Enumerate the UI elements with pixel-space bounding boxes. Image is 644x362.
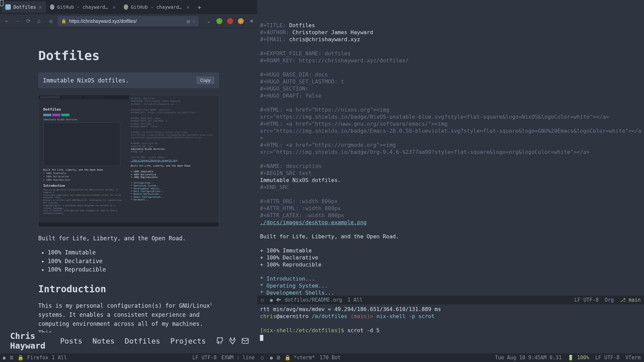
reader-icon[interactable]: ▤ xyxy=(187,18,190,24)
right-modeline: ○ ● 🗎 🔒 *vterm* 170 Bot Tue Aug 10 9:45A… xyxy=(257,353,644,362)
circle-icon: ● xyxy=(3,355,6,361)
editor-modeline: ○ ● 🡰 dotfiles/README.org 1 All LF UTF-8… xyxy=(257,296,644,304)
feature-item: 100% Reproducible xyxy=(48,265,219,274)
subtitle: Built for Life, Liberty, and the Open Ro… xyxy=(38,235,219,242)
page-title: Dotfiles xyxy=(38,48,219,63)
github-icon xyxy=(124,4,128,10)
circle-icon: ○ ● xyxy=(261,297,273,303)
buffer-name: Firefox xyxy=(27,355,48,361)
back-button[interactable]: ← xyxy=(3,17,11,25)
close-icon[interactable]: × xyxy=(39,4,42,10)
url-bar: ← → ⟳ ⌂ ◎ 🔒 https://chrishayward.xyz/dot… xyxy=(0,14,257,28)
tab-title: Dotfiles xyxy=(13,4,36,10)
intro-text: This is my personal configuration(s) for… xyxy=(38,301,219,338)
buffer-name: *vterm* xyxy=(293,355,315,361)
lock-icon: 🔒 xyxy=(284,355,291,361)
home-button[interactable]: ⌂ xyxy=(35,17,43,25)
code-text: Immutable NixOS dotfiles. xyxy=(43,77,196,84)
features-list: 100% Immutable 100% Declarative 100% Rep… xyxy=(38,248,219,274)
term-prompt: chris@acernitro /e/dotfiles (main)> nix-… xyxy=(260,313,641,320)
close-icon[interactable]: × xyxy=(112,4,116,10)
file-icon: 🗎 xyxy=(276,355,281,361)
tab-github-1[interactable]: GitHub - chayward1/dotf × xyxy=(46,1,120,13)
editor-buffer[interactable]: #+TITLE: Dotfiles#+AUTHOR: Christopher J… xyxy=(257,0,644,296)
term-prompt: [nix-shell:/etc/dotfiles]$ scrot -d 5 xyxy=(260,327,641,334)
extension-cookie-icon[interactable] xyxy=(238,18,244,24)
close-icon[interactable]: × xyxy=(186,4,190,10)
intro-heading: Introduction xyxy=(38,284,219,295)
site-nav: Chris Hayward Posts Notes Dotfiles Proje… xyxy=(0,333,257,349)
page-content: Dotfiles Immutable NixOS dotfiles. Copy … xyxy=(0,28,257,353)
extension-green-icon[interactable] xyxy=(216,18,222,24)
gitlab-icon[interactable] xyxy=(229,337,236,345)
github-icon xyxy=(50,4,54,10)
term-blank xyxy=(260,320,641,327)
left-arrow-icon: 🡰 xyxy=(276,297,281,303)
browser-tabs: Dotfiles × GitHub - chayward1/dotf × Git… xyxy=(0,0,257,14)
hero-screenshot: Dotfiles Immutable NixOS dotfiles. Built… xyxy=(38,95,219,227)
nav-dotfiles[interactable]: Dotfiles xyxy=(125,337,160,345)
position: 1 All xyxy=(52,355,67,361)
encoding: LF UTF-8 xyxy=(575,297,599,303)
encoding: LF UTF-8 xyxy=(595,355,620,361)
pocket-icon[interactable]: ⌄ xyxy=(206,18,212,24)
file-icon: 🗎 xyxy=(9,355,14,361)
position: 1 All xyxy=(347,297,363,303)
nav-posts[interactable]: Posts xyxy=(60,337,82,345)
forward-button[interactable]: → xyxy=(13,17,21,25)
tab-title: GitHub - chayward1/dotf xyxy=(57,4,110,10)
mode: EXWM : line xyxy=(221,355,255,361)
left-modeline: ● 🗎 🔒 Firefox 1 All LF UTF-8 EXWM : line xyxy=(0,353,257,362)
encoding: LF UTF-8 xyxy=(193,355,217,361)
nav-notes[interactable]: Notes xyxy=(93,337,115,345)
reload-button[interactable]: ⟳ xyxy=(24,17,32,25)
footnote-ref[interactable]: 1 xyxy=(210,302,212,306)
terminal[interactable]: rtt min/avg/max/mdev = 49.294/186.651/36… xyxy=(257,304,644,353)
tab-github-2[interactable]: GitHub - chayward1/dotf × xyxy=(120,1,194,13)
lock-icon: 🔒 xyxy=(61,18,66,23)
mode: Org xyxy=(605,297,614,303)
copy-button[interactable]: Copy xyxy=(196,76,214,84)
brand[interactable]: Chris Hayward xyxy=(10,331,45,351)
lock-icon: 🔒 xyxy=(17,355,24,361)
github-icon[interactable] xyxy=(216,337,223,345)
code-block: Immutable NixOS dotfiles. Copy xyxy=(38,72,219,88)
shield-icon[interactable]: ◎ xyxy=(47,17,55,25)
mode: VTerm xyxy=(626,355,641,361)
url-text: https://chrishayward.xyz/dotfiles/ xyxy=(69,18,184,24)
tab-dotfiles[interactable]: Dotfiles × xyxy=(1,1,46,13)
battery-icon: 🔋 100% xyxy=(568,355,589,361)
branch-icon: ⎇ main xyxy=(620,297,641,303)
feature-item: 100% Declarative xyxy=(48,257,219,266)
circle-icon: ○ ● xyxy=(261,355,273,361)
extension-ublock-icon[interactable] xyxy=(227,18,233,24)
bookmark-icon[interactable]: ☆ xyxy=(193,18,195,24)
position: 170 Bot xyxy=(320,355,341,361)
nav-projects[interactable]: Projects xyxy=(170,337,206,345)
tab-title: GitHub - chayward1/dotf xyxy=(131,4,183,10)
buffer-path: dotfiles/README.org xyxy=(284,297,342,303)
datetime: Tue Aug 10 9:45AM 0.31 xyxy=(495,355,562,361)
term-output: rtt min/avg/max/mdev = 49.294/186.651/36… xyxy=(260,306,641,313)
url-field[interactable]: 🔒 https://chrishayward.xyz/dotfiles/ ▤ ☆ xyxy=(58,16,199,26)
mail-icon[interactable] xyxy=(241,337,249,345)
menu-icon[interactable]: ≡ xyxy=(249,18,255,24)
feature-item: 100% Immutable xyxy=(48,248,219,257)
term-cursor xyxy=(260,334,641,341)
favicon-icon xyxy=(5,4,11,10)
new-tab-button[interactable]: + xyxy=(194,4,205,11)
